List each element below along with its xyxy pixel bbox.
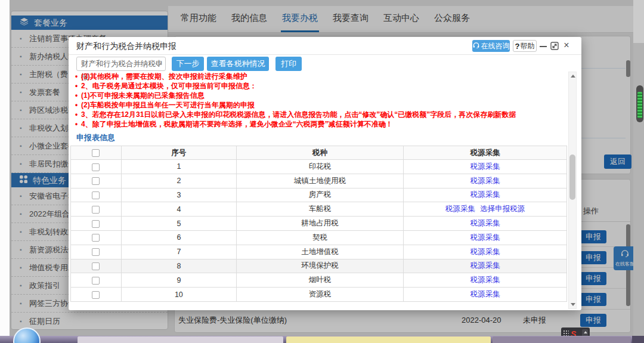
- close-icon[interactable]: ×: [562, 39, 571, 51]
- col-header-tax: 税种: [236, 146, 403, 160]
- tax-source-collect-link[interactable]: 税源采集: [470, 162, 500, 171]
- taskbar-window-3[interactable]: [493, 336, 631, 343]
- tax-source-collect-link[interactable]: 税源采集: [470, 248, 500, 256]
- headset-icon: [473, 42, 479, 50]
- warning-line: 3、若您存在12月31日以前已录入未申报的印花税税源信息，请进入信息报告功能，点…: [74, 110, 568, 119]
- table-row: 2 城镇土地使用税 税源采集: [71, 174, 567, 188]
- table-row: 7 土地增值税 税源采集: [71, 245, 567, 259]
- row-checkbox[interactable]: [92, 248, 100, 256]
- warning-line: (1)不可申报未来属期的已采集报告信息: [74, 91, 568, 100]
- tax-source-collect-link[interactable]: 税源采集: [470, 261, 500, 270]
- modal-scrollbar-thumb[interactable]: [569, 154, 575, 200]
- question-mark-icon: ?: [515, 42, 520, 51]
- tax-source-collect-link[interactable]: 税源采集: [470, 219, 500, 227]
- table-row: 3 房产税 税源采集: [71, 188, 567, 202]
- warning-line: (2)车船税按年申报且当年任一天可进行当年属期的申报: [74, 100, 568, 110]
- row-checkbox[interactable]: [92, 262, 100, 270]
- warning-line: 2、电子税务局通过本模块，仅可申报当前可申报信息：: [74, 81, 568, 91]
- select-all-checkbox[interactable]: [92, 149, 100, 157]
- tax-type-dropdown[interactable]: 财产和行为税合并纳税申报: [76, 57, 166, 71]
- select-declare-source-link[interactable]: 选择申报税源: [480, 205, 525, 213]
- modal-title: 财产和行为税合并纳税申报: [76, 37, 177, 55]
- table-row: 5 耕地占用税 税源采集: [71, 217, 567, 231]
- taskbar-window-1[interactable]: [78, 336, 283, 343]
- tax-source-collect-link[interactable]: 税源采集: [470, 233, 500, 242]
- next-step-button[interactable]: 下一步: [172, 57, 204, 71]
- row-checkbox[interactable]: [92, 163, 100, 171]
- table-row: 6 契税 税源采集: [71, 230, 567, 245]
- online-consult-label: 在线咨询: [481, 41, 510, 51]
- table-row: 1 印花税 税源采集: [71, 160, 567, 174]
- modal-header: 财产和行为税合并纳税申报 在线咨询 ? 帮助 ×: [69, 37, 581, 55]
- tax-source-collect-link[interactable]: 税源采集: [470, 177, 500, 185]
- scroll-indicator[interactable]: [636, 85, 643, 122]
- tax-source-collect-link[interactable]: 税源采集: [470, 190, 500, 199]
- row-checkbox[interactable]: [92, 206, 100, 214]
- maximize-icon[interactable]: [550, 42, 559, 50]
- select-all-cell: [71, 146, 122, 160]
- browser-left-strip: [0, 0, 10, 336]
- scroll-up-icon[interactable]: [571, 75, 575, 78]
- warning-list: (3)其他税种，需要在按期、按次申报前进行采集维护 2、电子税务局通过本模块，仅…: [74, 72, 568, 129]
- taskbar-window-active[interactable]: [286, 336, 491, 343]
- tax-declaration-modal: 财产和行为税合并纳税申报 在线咨询 ? 帮助 × 财产和行为税合并纳税申报 下一…: [69, 37, 581, 310]
- scroll-down-icon[interactable]: [571, 303, 575, 306]
- view-each-tax-button[interactable]: 查看各税种情况: [207, 57, 269, 71]
- row-checkbox[interactable]: [92, 220, 100, 228]
- table-row: 10 资源税 税源采集: [71, 288, 567, 302]
- tax-source-collect-link[interactable]: 税源采集: [470, 290, 500, 298]
- row-checkbox[interactable]: [92, 191, 100, 199]
- tax-source-collect-link[interactable]: 税源采集: [470, 276, 500, 284]
- declaration-table: 序号 税种 税源采集 1 印花税 税源采集 2 城镇土地使用税 税源采集 3 房…: [70, 146, 567, 302]
- table-row-highlighted: 8 环境保护税 税源采集: [71, 259, 567, 273]
- col-header-source: 税源采集: [404, 146, 567, 160]
- row-checkbox[interactable]: [92, 177, 100, 185]
- warning-line: 4、除了申报土地增值税，税款属期请不要跨年选择，避免小微企业“六税两费”减征额计…: [74, 119, 568, 129]
- declaration-form-info-label: 申报表信息: [76, 132, 115, 143]
- screen: 套餐业务 注销前置事项办理套餐 新办纳税人套餐 主附税（费）联合申报 发票套餐 …: [0, 0, 644, 343]
- browser-right-strip: [633, 0, 644, 336]
- table-header-row: 序号 税种 税源采集: [71, 146, 567, 160]
- modal-scrollbar[interactable]: [568, 72, 577, 309]
- taskbar: [0, 336, 644, 343]
- col-header-index: 序号: [121, 146, 236, 160]
- print-button[interactable]: 打印: [275, 57, 302, 71]
- help-label: 帮助: [520, 41, 534, 51]
- row-checkbox[interactable]: [92, 291, 100, 299]
- warning-line: (3)其他税种，需要在按期、按次申报前进行采集维护: [74, 72, 568, 81]
- online-consult-button[interactable]: 在线咨询: [472, 40, 510, 52]
- tax-source-collect-link[interactable]: 税源采集: [445, 205, 475, 213]
- table-row: 4 车船税 税源采集 选择申报税源: [71, 202, 567, 217]
- scroll-indicator-stripes: [637, 92, 642, 118]
- row-checkbox[interactable]: [92, 234, 100, 242]
- row-checkbox[interactable]: [92, 277, 100, 285]
- right-strip-top: [633, 0, 644, 43]
- help-button[interactable]: ? 帮助: [513, 40, 537, 52]
- minimize-icon[interactable]: [539, 40, 548, 52]
- table-row: 9 烟叶税 税源采集: [71, 273, 567, 288]
- taskbar-corner[interactable]: [632, 336, 644, 343]
